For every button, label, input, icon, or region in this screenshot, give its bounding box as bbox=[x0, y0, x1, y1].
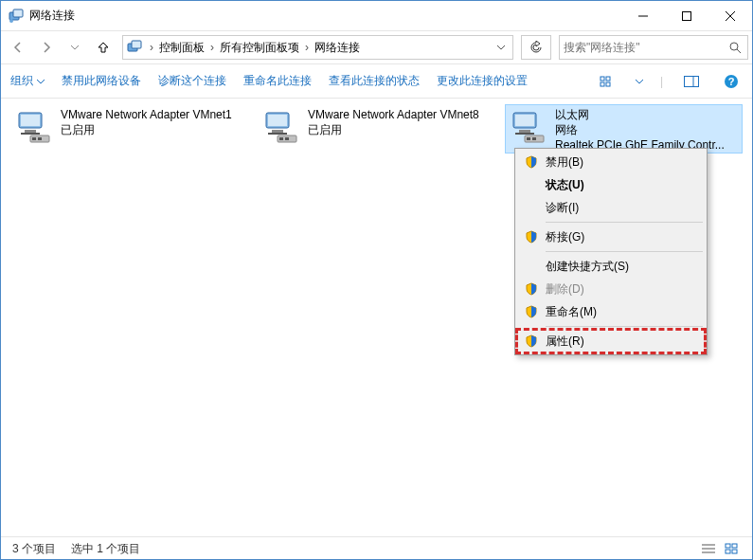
svg-line-10 bbox=[737, 49, 741, 53]
change-settings-button[interactable]: 更改此连接的设置 bbox=[437, 73, 528, 89]
shield-icon bbox=[521, 282, 542, 296]
ctx-disable[interactable]: 禁用(B) bbox=[517, 151, 705, 173]
breadcrumb-network-connections[interactable]: 网络连接 bbox=[313, 36, 362, 59]
back-button[interactable] bbox=[5, 34, 31, 61]
recent-button[interactable] bbox=[62, 34, 88, 61]
adapter-vmnet1[interactable]: VMware Network Adapter VMnet1 已启用 bbox=[10, 104, 248, 154]
svg-rect-13 bbox=[601, 82, 604, 86]
shield-icon bbox=[521, 230, 542, 244]
help-button[interactable]: ? bbox=[720, 70, 743, 93]
adapter-name: VMware Network Adapter VMnet8 bbox=[308, 107, 491, 122]
adapter-name: VMware Network Adapter VMnet1 bbox=[61, 107, 243, 122]
svg-text:?: ? bbox=[728, 76, 735, 87]
svg-rect-35 bbox=[519, 130, 530, 133]
network-adapter-icon bbox=[15, 107, 55, 149]
menu-separator bbox=[546, 222, 703, 223]
menu-separator bbox=[546, 251, 703, 252]
search-icon[interactable] bbox=[723, 41, 747, 54]
svg-rect-31 bbox=[279, 137, 283, 140]
view-dropdown[interactable] bbox=[636, 78, 643, 85]
svg-rect-11 bbox=[601, 77, 604, 81]
title-bar: 网络连接 bbox=[1, 1, 752, 30]
menu-separator bbox=[546, 326, 703, 327]
address-dropdown[interactable] bbox=[490, 43, 512, 52]
svg-rect-36 bbox=[515, 133, 534, 135]
adapter-name: 以太网 bbox=[555, 107, 738, 122]
ctx-status[interactable]: 状态(U) bbox=[517, 173, 705, 196]
close-button[interactable] bbox=[708, 1, 752, 30]
diagnose-button[interactable]: 诊断这个连接 bbox=[158, 73, 226, 89]
svg-rect-45 bbox=[726, 550, 730, 553]
svg-rect-12 bbox=[606, 77, 610, 81]
breadcrumb-all-items[interactable]: 所有控制面板项 bbox=[218, 36, 301, 59]
content-area: VMware Network Adapter VMnet1 已启用 VMware… bbox=[1, 99, 752, 536]
search-input[interactable] bbox=[560, 41, 723, 54]
svg-rect-21 bbox=[25, 130, 36, 133]
ctx-diagnose[interactable]: 诊断(I) bbox=[517, 196, 705, 219]
selected-count: 选中 1 个项目 bbox=[71, 541, 140, 557]
svg-rect-15 bbox=[685, 76, 699, 86]
shield-icon bbox=[521, 334, 542, 348]
svg-rect-1 bbox=[13, 9, 23, 17]
svg-rect-27 bbox=[268, 115, 287, 126]
svg-point-2 bbox=[9, 19, 13, 23]
svg-rect-25 bbox=[38, 137, 42, 140]
svg-rect-28 bbox=[272, 130, 283, 133]
minimize-button[interactable] bbox=[621, 1, 665, 30]
svg-rect-44 bbox=[732, 544, 737, 548]
maximize-button[interactable] bbox=[665, 1, 708, 30]
ctx-create-shortcut[interactable]: 创建快捷方式(S) bbox=[517, 255, 705, 278]
window-title: 网络连接 bbox=[29, 8, 621, 24]
view-status-button[interactable]: 查看此连接的状态 bbox=[329, 73, 420, 89]
svg-rect-32 bbox=[285, 137, 289, 140]
disable-device-button[interactable]: 禁用此网络设备 bbox=[62, 73, 141, 89]
adapter-status: 已启用 bbox=[308, 122, 491, 137]
svg-point-9 bbox=[730, 43, 738, 50]
svg-rect-4 bbox=[683, 11, 691, 20]
adapter-ethernet[interactable]: 以太网 网络 Realtek PCIe GbE Family Contr... bbox=[505, 104, 743, 154]
svg-rect-20 bbox=[21, 115, 40, 126]
search-box[interactable] bbox=[559, 35, 748, 60]
svg-rect-39 bbox=[532, 137, 536, 140]
rename-button[interactable]: 重命名此连接 bbox=[243, 73, 312, 89]
svg-rect-29 bbox=[268, 133, 287, 135]
command-toolbar: 组织 禁用此网络设备 诊断这个连接 重命名此连接 查看此连接的状态 更改此连接的… bbox=[1, 64, 752, 99]
nav-bar: › 控制面板 › 所有控制面板项 › 网络连接 bbox=[1, 30, 752, 64]
network-adapter-icon bbox=[262, 107, 302, 149]
address-bar[interactable]: › 控制面板 › 所有控制面板项 › 网络连接 bbox=[122, 35, 513, 60]
up-button[interactable] bbox=[90, 34, 117, 61]
breadcrumb-sep: › bbox=[146, 41, 157, 54]
breadcrumb-control-panel[interactable]: 控制面板 bbox=[157, 36, 206, 59]
ctx-bridge[interactable]: 桥接(G) bbox=[517, 226, 705, 248]
ctx-delete: 删除(D) bbox=[517, 278, 705, 300]
large-icons-view-button[interactable] bbox=[722, 541, 741, 556]
forward-button[interactable] bbox=[33, 34, 60, 61]
address-icon bbox=[123, 40, 146, 55]
organize-menu[interactable]: 组织 bbox=[10, 73, 45, 89]
status-bar: 3 个项目 选中 1 个项目 bbox=[1, 536, 752, 560]
shield-icon bbox=[521, 305, 542, 318]
svg-rect-22 bbox=[21, 133, 40, 135]
svg-rect-38 bbox=[527, 137, 530, 140]
ctx-rename[interactable]: 重命名(M) bbox=[517, 300, 705, 323]
svg-rect-34 bbox=[515, 115, 534, 126]
adapter-vmnet8[interactable]: VMware Network Adapter VMnet8 已启用 bbox=[258, 104, 495, 154]
svg-rect-14 bbox=[606, 82, 610, 86]
context-menu: 禁用(B) 状态(U) 诊断(I) 桥接(G) 创建快捷方式(S) 删除(D) … bbox=[514, 148, 708, 355]
adapter-status: 已启用 bbox=[61, 122, 243, 137]
shield-icon bbox=[521, 155, 542, 169]
view-options-button[interactable] bbox=[596, 70, 619, 93]
item-count: 3 个项目 bbox=[12, 541, 56, 557]
svg-rect-46 bbox=[732, 550, 737, 553]
svg-rect-43 bbox=[726, 544, 730, 548]
window-icon bbox=[9, 9, 24, 24]
preview-pane-button[interactable] bbox=[680, 70, 703, 93]
svg-rect-8 bbox=[132, 41, 141, 48]
refresh-button[interactable] bbox=[521, 35, 551, 60]
details-view-button[interactable] bbox=[699, 541, 718, 556]
svg-rect-24 bbox=[32, 137, 36, 140]
network-adapter-icon bbox=[510, 107, 549, 149]
ctx-properties[interactable]: 属性(R) bbox=[517, 330, 705, 352]
adapter-status: 网络 bbox=[555, 122, 738, 137]
